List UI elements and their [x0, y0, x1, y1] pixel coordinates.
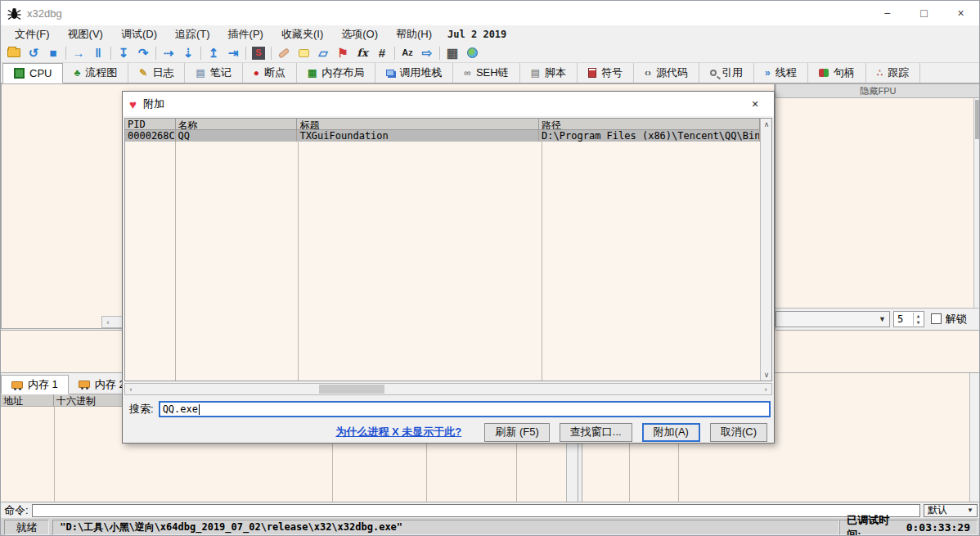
column-header-2[interactable]: 标题 — [297, 119, 539, 129]
intermodular-calls-icon[interactable]: ⇨ — [417, 44, 437, 62]
why-not-shown-link[interactable]: 为什么进程 X 未显示于此? — [335, 425, 461, 439]
minimize-button[interactable]: − — [869, 1, 906, 25]
unlock-checkbox[interactable] — [931, 313, 942, 324]
label-icon[interactable]: ▱ — [313, 44, 333, 62]
step-into-icon: ↧ — [119, 47, 129, 59]
tab-references[interactable]: 引用 — [699, 63, 754, 83]
restart-icon[interactable]: ↺ — [24, 44, 43, 62]
scroll-left-icon[interactable]: ‹ — [102, 317, 114, 328]
tab-breakpoints[interactable]: ●断点 — [243, 63, 297, 83]
window-title: x32dbg — [27, 7, 62, 20]
hash-icon[interactable]: # — [372, 44, 392, 62]
symbols-icon — [588, 68, 596, 78]
tab-cpu[interactable]: CPU — [2, 63, 63, 83]
tab-seh-chain[interactable]: ∞SEH链 — [453, 63, 519, 83]
tab-memory-map[interactable]: ▦内存布局 — [297, 63, 375, 83]
references-icon — [710, 70, 717, 76]
tab-symbols[interactable]: 符号 — [578, 63, 634, 83]
registers-body[interactable] — [775, 98, 980, 308]
scrollbar-thumb[interactable] — [319, 385, 384, 394]
pause-icon[interactable]: ‖ — [88, 44, 108, 62]
strings-icon: Az — [402, 48, 412, 57]
tab-call-stack[interactable]: 调用堆栈 — [375, 63, 453, 83]
tab-label: 笔记 — [210, 65, 232, 80]
column-header-1[interactable]: 名称 — [176, 119, 298, 129]
bookmark-icon[interactable]: ⚑ — [333, 44, 353, 62]
registers-vscrollbar[interactable] — [973, 98, 980, 308]
menu-item-7[interactable]: 帮助(H) — [387, 25, 441, 43]
scroll-up-icon[interactable]: ∧ — [761, 119, 772, 130]
menu-item-3[interactable]: 追踪(T) — [166, 25, 219, 43]
command-input[interactable] — [32, 504, 920, 517]
tab-label: CPU — [29, 67, 52, 79]
tab-trace[interactable]: ∴跟踪 — [866, 63, 921, 83]
stop-icon[interactable]: ■ — [43, 44, 63, 62]
bookmark-icon: ⚑ — [337, 47, 348, 59]
script-icon: ▤ — [531, 68, 540, 78]
spinner-arrows[interactable]: ▲▼ — [913, 313, 923, 326]
toolbar-separator — [439, 47, 440, 60]
calculator-icon[interactable]: ▦ — [443, 44, 462, 62]
run-icon[interactable]: → — [69, 44, 88, 62]
tab-handles[interactable]: 句柄 — [808, 63, 866, 83]
menu-item-5[interactable]: 收藏夹(I) — [272, 25, 332, 43]
column-header-0[interactable]: PID — [125, 119, 176, 129]
precision-spinner[interactable]: 5 ▲▼ — [893, 311, 924, 327]
menu-item-0[interactable]: 文件(F) — [6, 25, 59, 43]
command-profile-dropdown[interactable]: 默认 ▼ — [924, 504, 978, 517]
process-table-vscrollbar[interactable]: ∧ ∨ — [760, 119, 771, 381]
find-window-button[interactable]: 查找窗口... — [560, 423, 632, 442]
process-table-hscrollbar[interactable]: ‹ › — [124, 383, 772, 395]
dump-col-address[interactable]: 地址 — [1, 394, 54, 406]
tab-script[interactable]: ▤脚本 — [520, 63, 578, 83]
scroll-down-icon[interactable]: ∨ — [761, 369, 772, 381]
hide-fpu-button[interactable]: 隐藏FPU — [775, 83, 980, 98]
status-debug-time: 已调试时间: 0:03:33:29 — [839, 520, 978, 535]
tab-threads[interactable]: »线程 — [754, 63, 808, 83]
maximize-button[interactable]: □ — [906, 1, 942, 25]
globe-icon[interactable] — [462, 44, 482, 62]
intermodular-calls-icon: ⇨ — [422, 47, 433, 59]
process-table[interactable]: PID名称标题路径 0000268CQQTXGuiFoundationD:\Pr… — [124, 118, 772, 381]
attach-button[interactable]: 附加(A) — [642, 423, 700, 442]
run-to-user-code-icon[interactable]: ⇥ — [223, 44, 243, 62]
cancel-button[interactable]: 取消(C) — [710, 423, 767, 442]
execute-till-return-icon[interactable]: ↥ — [204, 44, 223, 62]
menu-item-2[interactable]: 调试(D) — [112, 25, 166, 43]
process-row-selected[interactable]: 0000268CQQTXGuiFoundationD:\Program File… — [125, 130, 760, 142]
scrollbar-thumb[interactable] — [975, 100, 980, 139]
step-over-icon[interactable]: ↷ — [133, 44, 153, 62]
animate-over-icon[interactable]: ⇣ — [178, 44, 198, 62]
step-into-icon[interactable]: ↧ — [114, 44, 133, 62]
toolbar-separator — [271, 47, 272, 60]
toolbar-separator — [65, 47, 66, 60]
close-button[interactable]: × — [942, 1, 979, 25]
strings-icon[interactable]: Az — [398, 44, 417, 62]
tab-memory-dump-1[interactable]: 内存 1 — [1, 375, 69, 394]
menu-item-6[interactable]: 选项(O) — [332, 25, 387, 43]
scroll-left-icon[interactable]: ‹ — [125, 384, 137, 395]
patch-icon[interactable] — [274, 44, 294, 62]
pause-icon: ‖ — [95, 47, 101, 59]
table-column — [125, 119, 176, 381]
comment-icon[interactable] — [294, 44, 313, 62]
chevron-down-icon: ▼ — [967, 507, 973, 514]
menu-item-4[interactable]: 插件(P) — [219, 25, 272, 43]
patch-icon — [278, 47, 290, 59]
menu-item-1[interactable]: 视图(V) — [59, 25, 112, 43]
tab-source[interactable]: ‹›源代码 — [634, 63, 699, 83]
scroll-right-icon[interactable]: › — [760, 384, 771, 395]
refresh-button[interactable]: 刷新 (F5) — [484, 423, 549, 442]
tab-label: 跟踪 — [888, 65, 909, 80]
tab-log[interactable]: ✎日志 — [128, 63, 185, 83]
settings-icon[interactable]: S — [249, 44, 268, 62]
rounding-combobox[interactable]: ▼ — [775, 311, 890, 327]
dialog-close-button[interactable]: × — [743, 97, 767, 110]
tab-notes[interactable]: ▤笔记 — [185, 63, 242, 83]
animate-into-icon[interactable]: ⇢ — [159, 44, 178, 62]
tab-graph[interactable]: ♣流程图 — [63, 63, 128, 83]
function-icon[interactable]: fx — [353, 44, 372, 62]
search-input[interactable]: QQ.exe — [159, 401, 771, 417]
column-header-3[interactable]: 路径 — [539, 119, 760, 129]
open-file-icon[interactable] — [4, 44, 24, 62]
